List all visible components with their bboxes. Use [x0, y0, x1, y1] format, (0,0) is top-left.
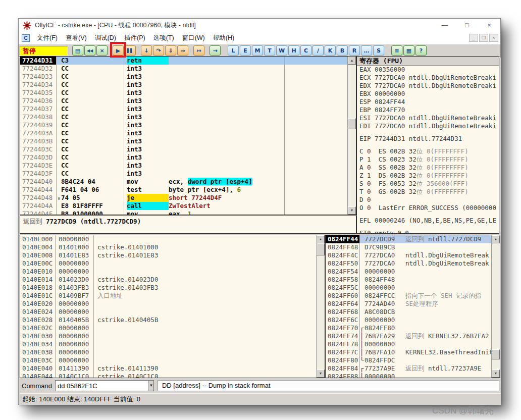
menu-item-help[interactable]: 帮助(H): [209, 33, 238, 42]
scroll-up-arrow[interactable]: ▲: [492, 235, 500, 243]
command-combobox[interactable]: ▼: [55, 380, 154, 391]
register-line[interactable]: T 0 GS 002B 32位 0(FFFFFFFF): [357, 188, 499, 196]
scroll-down-arrow[interactable]: ▼: [492, 370, 500, 378]
register-line[interactable]: EDI 7727DCA0 ntdll.DbgUiRemoteBreaki: [357, 122, 499, 130]
view-memory-button[interactable]: M: [252, 45, 263, 56]
chevron-down-icon[interactable]: ▼: [148, 381, 153, 391]
stack-row[interactable]: 0824FF48 D7C9B9CB: [326, 243, 500, 251]
dump-row[interactable]: 0140E03000000000: [20, 332, 325, 340]
help-button[interactable]: ?: [415, 45, 427, 56]
register-line[interactable]: A 0 SS 002B 32位 0(FFFFFFFF): [357, 164, 499, 172]
view-windows-button[interactable]: W: [276, 45, 287, 56]
disasm-row[interactable]: 77244D3FCCint3: [20, 170, 356, 178]
minimize-button[interactable]: —: [434, 19, 456, 32]
stack-row[interactable]: 0824FF44 7727DCD9返回到 ntdll.7727DCD9: [326, 235, 500, 243]
view-handles-button[interactable]: H: [288, 45, 299, 56]
step-into-button[interactable]: ↓: [141, 45, 152, 56]
disasm-row[interactable]: 77244D35CCint3: [20, 89, 356, 97]
view-references-button[interactable]: R: [349, 45, 360, 56]
appearance-button[interactable]: ▦: [403, 45, 414, 56]
stack-scrollbar[interactable]: ▲ ▼: [491, 235, 500, 378]
disasm-row[interactable]: 77244D34CCint3: [20, 81, 356, 89]
stack-row[interactable]: 0824FF5C 00000000: [326, 284, 500, 292]
disasm-row[interactable]: 77244D32CCint3: [20, 65, 356, 73]
register-line[interactable]: D 0: [357, 196, 499, 204]
register-line[interactable]: ST0 empty 0.0: [357, 229, 499, 234]
step-over-button[interactable]: ↷: [153, 45, 164, 56]
register-line[interactable]: EIP 77244D31 ntdll.77244D31: [357, 135, 499, 143]
scroll-down-arrow[interactable]: ▼: [317, 370, 325, 378]
register-line[interactable]: EFL 00000246 (NO,NB,E,BE,NS,PE,GE,LE: [357, 217, 499, 225]
view-list-button[interactable]: ≡: [391, 45, 402, 56]
view-patches-button[interactable]: /: [312, 45, 324, 56]
disasm-row[interactable]: 77244D3DCCint3: [20, 153, 356, 162]
dump-row[interactable]: 0140E04001411390cstrike.01411390: [20, 364, 325, 373]
dump-row[interactable]: 0140E03C00000000: [20, 356, 325, 364]
animate-over-button[interactable]: ⇒: [177, 45, 188, 56]
register-line[interactable]: O 0 LastErr ERROR_SUCCESS (00000000: [357, 204, 499, 212]
dump-row[interactable]: 0140E0440140C1C0cstrike.0140C1C0: [20, 373, 325, 378]
scroll-up-arrow[interactable]: ▲: [348, 57, 356, 65]
stack-row[interactable]: 0824FF58 0824FF48: [326, 276, 500, 284]
menu-item-debug[interactable]: 调试(D): [91, 33, 120, 42]
dump-scroll-thumb[interactable]: [317, 243, 325, 255]
menu-item-plugins[interactable]: 插件(P): [120, 33, 149, 42]
maximize-button[interactable]: □: [456, 19, 478, 32]
dump-scrollbar[interactable]: ▲ ▼: [316, 235, 325, 378]
disasm-row[interactable]: 77244D33CCint3: [20, 73, 356, 81]
stack-row[interactable]: 0824FF80└0824FFDC: [326, 356, 500, 364]
stack-row[interactable]: 0824FF60 0824FFCC指向下一个 SEH 记录的指: [326, 292, 500, 300]
stack-row[interactable]: 0824FF4C 7727DCA0ntdll.DbgUiRemoteBreak: [326, 251, 500, 259]
cpu-window-icon[interactable]: C: [22, 34, 30, 42]
command-input[interactable]: [56, 381, 148, 391]
stack-pane[interactable]: 0824FF44 7727DCD9返回到 ntdll.7727DCD90824F…: [325, 235, 500, 378]
disasm-row[interactable]: 77244D408B4C24 04movecx, dword ptr [esp+…: [20, 178, 356, 186]
register-line[interactable]: Z 1 DS 002B 32位 0(FFFFFFFF): [357, 172, 499, 180]
mdi-minimize-button[interactable]: _: [469, 34, 478, 42]
dump-row[interactable]: 0140E03400000000: [20, 340, 325, 348]
register-line[interactable]: ESI 7727DCA0 ntdll.DbgUiRemoteBreaki: [357, 114, 499, 122]
menu-item-window[interactable]: 窗口(W): [178, 33, 209, 42]
view-breakpoints-button[interactable]: B: [337, 45, 348, 56]
disasm-row[interactable]: 77244D3CCCint3: [20, 145, 356, 153]
menu-item-options[interactable]: 选项(T): [149, 33, 178, 42]
view-callstack-button[interactable]: K: [325, 45, 336, 56]
disasm-row[interactable]: 77244D44F641 04 06testbyte ptr [ecx+4], …: [20, 186, 356, 194]
register-line[interactable]: EBX 00000000: [357, 90, 499, 98]
register-line[interactable]: C 0 ES 002B 32位 0(FFFFFFFF): [357, 147, 499, 155]
execute-till-return-button[interactable]: ↦: [193, 45, 204, 56]
disasm-row[interactable]: 77244D4FB8 01000000moveax, 1: [20, 210, 356, 215]
disasm-scroll-thumb[interactable]: [348, 118, 356, 129]
menu-item-file[interactable]: 文件(F): [33, 33, 62, 42]
stack-row[interactable]: 0824FF50 7727DCA0ntdll.DbgUiRemoteBreak: [326, 259, 500, 268]
register-line[interactable]: ECX 7727DCA0 ntdll.DbgUiRemoteBreaki: [357, 74, 499, 82]
disasm-row[interactable]: 77244D38CCint3: [20, 113, 356, 121]
dump-row[interactable]: 0140E014014023D0cstrike.014023D0: [20, 276, 325, 284]
menu-item-view[interactable]: 查看(V): [62, 33, 91, 42]
view-source-button[interactable]: S: [373, 45, 384, 56]
dump-row[interactable]: 0140E02C00000000: [20, 324, 325, 332]
register-line[interactable]: EBP 0824FF70: [357, 106, 499, 114]
register-line[interactable]: ESP 0824FF44: [357, 98, 499, 106]
register-line[interactable]: P 1 CS 0023 32位 0(FFFFFFFF): [357, 155, 499, 164]
dump-row[interactable]: 0140E02000000000: [20, 300, 325, 308]
disasm-row[interactable]: 77244D37CCint3: [20, 105, 356, 113]
disasm-row[interactable]: 77244D3ECCint3: [20, 162, 356, 170]
dump-row[interactable]: 0140E01801403FB3cstrike.01403FB3: [20, 284, 325, 292]
pause-button[interactable]: ▌▌: [125, 45, 136, 56]
dump-row[interactable]: 0140E02400000000: [20, 308, 325, 316]
dump-row[interactable]: 0140E01000000000: [20, 268, 325, 276]
stack-row[interactable]: 0824FF70┌0824FF80: [326, 324, 500, 332]
stack-row[interactable]: 0824FF54 00000000: [326, 268, 500, 276]
register-line[interactable]: EAX 00356000: [357, 66, 499, 74]
disasm-row[interactable]: 77244D4AE8 81F8FFFFcallZwTestAlert: [20, 202, 356, 210]
mdi-restore-button[interactable]: ❐: [479, 34, 488, 42]
disasm-row[interactable]: 77244D3BCCint3: [20, 137, 356, 145]
view-executables-button[interactable]: E: [240, 45, 251, 56]
dump-row[interactable]: 0140E0280140405Bcstrike.0140405B: [20, 316, 325, 324]
mdi-close-button[interactable]: ×: [489, 34, 498, 42]
view-threads-button[interactable]: T: [264, 45, 275, 56]
disasm-row[interactable]: 77244D3ACCint3: [20, 129, 356, 137]
stack-row[interactable]: 0824FF74│76B7FA29返回到 KERNEL32.76B7FA2: [326, 332, 500, 340]
stack-row[interactable]: 0824FF7C│76B7FA10KERNEL32.BaseThreadInit: [326, 348, 500, 356]
